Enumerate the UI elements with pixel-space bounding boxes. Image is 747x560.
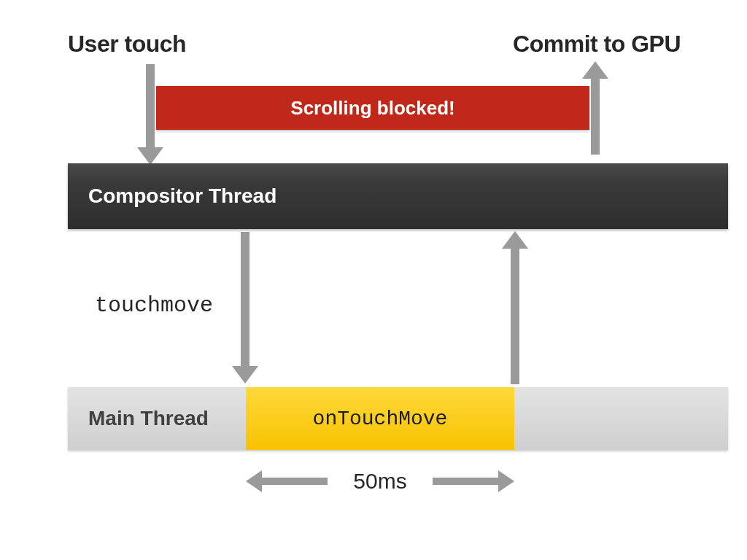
bar-compositor-thread: Compositor Thread: [68, 163, 728, 229]
label-touchmove-event: touchmove: [95, 293, 213, 318]
label-commit-to-gpu: Commit to GPU: [513, 31, 681, 58]
arrow-commit-to-gpu-up: [591, 74, 600, 155]
arrowhead-down-icon: [232, 366, 258, 384]
bar-scrolling-blocked: Scrolling blocked!: [156, 86, 589, 130]
label-main-thread: Main Thread: [88, 407, 209, 430]
arrow-touchmove-down: [241, 232, 249, 370]
bar-main-thread: Main Thread onTouchMove: [68, 387, 728, 450]
arrowhead-right-icon: [498, 470, 514, 492]
segment-ontouchmove-handler: onTouchMove: [246, 387, 514, 450]
arrowhead-down-icon: [137, 147, 163, 165]
arrowhead-left-icon: [246, 470, 262, 492]
label-duration-50ms: 50ms: [346, 469, 414, 494]
arrow-user-touch-down: [146, 64, 155, 152]
duration-bar-right: [433, 478, 498, 485]
diagram-stage: User touch Commit to GPU Scrolling block…: [0, 0, 747, 560]
arrowhead-up-icon: [502, 231, 528, 249]
duration-indicator: 50ms: [246, 467, 514, 496]
arrowhead-up-icon: [582, 61, 608, 79]
arrow-handler-result-up: [511, 244, 519, 384]
duration-bar-left: [262, 478, 328, 485]
label-user-touch: User touch: [68, 31, 186, 58]
